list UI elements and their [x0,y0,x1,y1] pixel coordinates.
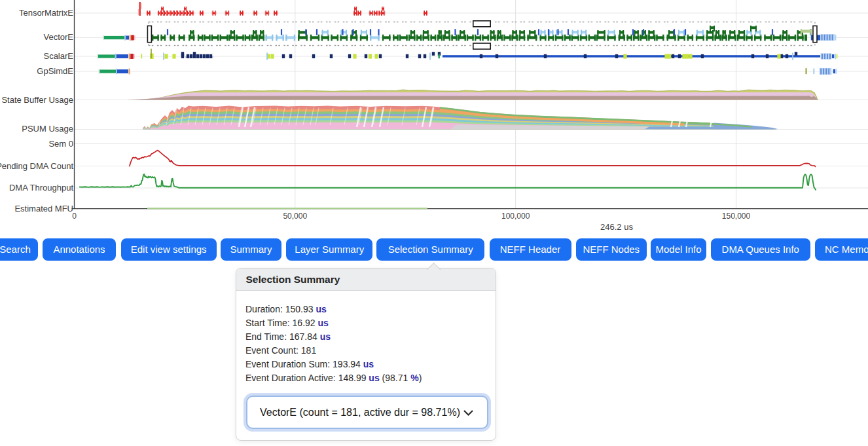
svg-text:Estimated MFU: Estimated MFU [14,204,73,214]
svg-text:ScalarE: ScalarE [43,51,73,61]
svg-text:Pending DMA Count: Pending DMA Count [0,161,73,171]
svg-text:246.2 us: 246.2 us [600,222,633,232]
svg-text:100,000: 100,000 [501,212,530,221]
svg-text:Sem 0: Sem 0 [48,139,73,149]
svg-text:VectorE: VectorE [43,32,73,42]
svg-text:State Buffer Usage: State Buffer Usage [1,95,73,105]
svg-text:DMA Throughput: DMA Throughput [9,183,73,193]
svg-text:PSUM Usage: PSUM Usage [22,124,73,134]
svg-text:150,000: 150,000 [722,212,751,221]
svg-text:TensorMatrixE: TensorMatrixE [19,8,73,18]
svg-text:50,000: 50,000 [283,212,307,221]
svg-text:GpSimdE: GpSimdE [37,66,73,76]
